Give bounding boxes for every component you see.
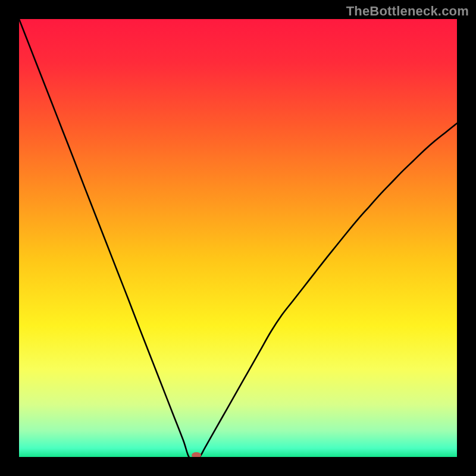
plot-area [19,19,457,457]
chart-svg [19,19,457,457]
gradient-background [19,19,457,457]
watermark-text: TheBottleneck.com [346,4,469,19]
chart-frame: TheBottleneck.com [0,0,476,476]
